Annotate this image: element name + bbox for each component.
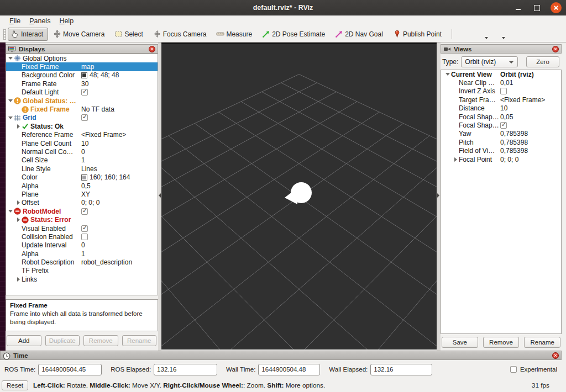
property-value[interactable]: No TF data [81, 105, 114, 113]
close-icon[interactable] [551, 2, 562, 13]
tree-row[interactable]: Fixed Framemap [6, 62, 158, 71]
time-close-icon[interactable] [552, 352, 559, 359]
collapse-arrow-icon[interactable] [17, 200, 20, 205]
property-value[interactable]: Orbit (rviz) [500, 71, 534, 78]
expand-arrow-icon[interactable] [8, 99, 13, 102]
tree-row[interactable]: Links [6, 275, 158, 283]
displays-rename-button[interactable]: Rename [122, 335, 157, 346]
plus-button[interactable] [457, 28, 471, 41]
views-save-button[interactable]: Save [442, 337, 478, 348]
tree-row[interactable]: Line StyleLines [6, 165, 158, 173]
tree-row[interactable]: Offset0; 0; 0 [6, 199, 158, 207]
tree-row[interactable]: Global Options [6, 54, 158, 62]
tree-row[interactable]: Visual Enabled [6, 224, 158, 232]
tree-row[interactable]: Current ViewOrbit (rviz) [441, 70, 561, 78]
expand-arrow-icon[interactable] [8, 57, 13, 60]
tree-row[interactable]: Status: Error [6, 215, 158, 224]
tree-row[interactable]: Near Clip …0,01 [441, 78, 561, 87]
displays-panel-header[interactable]: Displays [6, 44, 158, 54]
menu-file[interactable]: File [6, 17, 24, 25]
property-value[interactable]: 1 [81, 250, 85, 258]
property-value[interactable]: 10 [500, 104, 507, 112]
property-value[interactable]: Lines [81, 165, 97, 173]
tool-2d-nav-goal[interactable]: 2D Nav Goal [332, 28, 388, 41]
tool-move-camera[interactable]: Move Camera [50, 28, 109, 41]
eye-button[interactable] [491, 28, 506, 41]
property-value[interactable]: 0; 0; 0 [81, 199, 99, 206]
experimental-checkbox[interactable] [510, 366, 517, 373]
property-value[interactable]: 30 [81, 80, 88, 88]
checkbox[interactable] [81, 89, 88, 96]
reset-button[interactable]: Reset [2, 380, 28, 390]
displays-remove-button[interactable]: Remove [83, 335, 118, 346]
tree-row[interactable]: Focal Point0; 0; 0 [441, 155, 561, 163]
views-close-icon[interactable] [552, 46, 559, 52]
tree-row[interactable]: Robot Descriptionrobot_description [6, 258, 158, 266]
property-value[interactable]: 0,5 [81, 182, 91, 190]
tree-row[interactable]: Status: Ok [6, 122, 158, 130]
property-value[interactable]: 1 [81, 156, 85, 164]
checkbox[interactable] [81, 225, 88, 232]
tree-row[interactable]: Frame Rate30 [6, 80, 158, 88]
tree-row[interactable]: Grid [6, 114, 158, 122]
3d-viewport[interactable] [161, 43, 437, 349]
tool-measure[interactable]: Measure [213, 28, 257, 41]
tree-row[interactable]: TF Prefix [6, 267, 158, 275]
minimize-icon[interactable] [513, 3, 523, 13]
property-value[interactable]: <Fixed Frame> [81, 131, 126, 139]
color-swatch[interactable] [81, 72, 87, 78]
tree-row[interactable]: Focal Shap… [441, 121, 561, 129]
checkbox[interactable] [81, 234, 88, 240]
right-panel-collapse-handle[interactable] [437, 43, 441, 351]
property-value[interactable]: 0,01 [500, 79, 513, 87]
time-field[interactable]: 1644900504.48 [258, 364, 320, 375]
property-value[interactable]: 0,785398 [500, 139, 528, 146]
tree-row[interactable]: Global Status: … [6, 97, 158, 105]
property-value[interactable]: <Fixed Frame> [500, 96, 545, 104]
time-field[interactable]: 132.16 [370, 364, 432, 375]
tree-row[interactable]: Fixed FrameNo TF data [6, 105, 158, 113]
checkbox[interactable] [500, 122, 507, 129]
tree-row[interactable]: Plane Cell Count10 [6, 139, 158, 147]
tree-row[interactable]: Reference Frame<Fixed Frame> [6, 131, 158, 139]
property-value[interactable]: 48; 48; 48 [90, 71, 119, 79]
collapse-arrow-icon[interactable] [454, 157, 457, 162]
color-swatch[interactable] [81, 174, 87, 181]
toolbar-drag-handle[interactable] [3, 29, 6, 40]
tree-row[interactable]: Pitch0,785398 [441, 138, 561, 146]
time-field[interactable]: 1644900504.45 [38, 364, 102, 375]
view-type-select[interactable]: Orbit (rviz) [461, 56, 518, 67]
tool-focus-camera[interactable]: Focus Camera [150, 28, 212, 41]
menu-panels[interactable]: Panels [25, 17, 54, 25]
property-value[interactable]: 10 [81, 140, 88, 147]
property-value[interactable]: 0,785398 [500, 147, 528, 155]
tree-row[interactable]: Background Color48; 48; 48 [6, 71, 158, 80]
tree-row[interactable]: Field of Vi…0,785398 [441, 147, 561, 155]
collapse-arrow-icon[interactable] [17, 277, 20, 282]
tool-select[interactable]: Select [111, 28, 148, 41]
property-value[interactable]: robot_description [81, 258, 132, 266]
displays-add-button[interactable]: Add [7, 335, 41, 346]
tree-row[interactable]: Alpha0,5 [6, 182, 158, 190]
checkbox[interactable] [81, 114, 88, 121]
property-value[interactable]: 0; 0; 0 [500, 156, 518, 163]
property-value[interactable]: XY [81, 190, 90, 198]
tool-publish-point[interactable]: Publish Point [390, 28, 447, 41]
tree-row[interactable]: Color160; 160; 164 [6, 173, 158, 181]
titlebar[interactable]: default.rviz* - RViz [0, 0, 566, 15]
property-value[interactable]: 0,05 [500, 113, 513, 121]
tree-row[interactable]: Update Interval0 [6, 241, 158, 250]
checkbox[interactable] [81, 208, 88, 215]
tree-row[interactable]: Focal Shap…0,05 [441, 113, 561, 121]
zero-button[interactable]: Zero [526, 56, 559, 67]
expand-arrow-icon[interactable] [446, 73, 450, 76]
expand-arrow-icon[interactable] [8, 116, 13, 119]
property-value[interactable]: 0 [81, 241, 85, 249]
time-panel-header[interactable]: Time [0, 351, 562, 360]
property-value[interactable]: 160; 160; 164 [90, 173, 130, 181]
displays-close-icon[interactable] [149, 46, 155, 52]
tree-row[interactable]: Default Light [6, 88, 158, 97]
tree-row[interactable]: Collision Enabled [6, 232, 158, 241]
checkbox[interactable] [500, 88, 507, 94]
tree-row[interactable]: Target Fra…<Fixed Frame> [441, 96, 561, 104]
